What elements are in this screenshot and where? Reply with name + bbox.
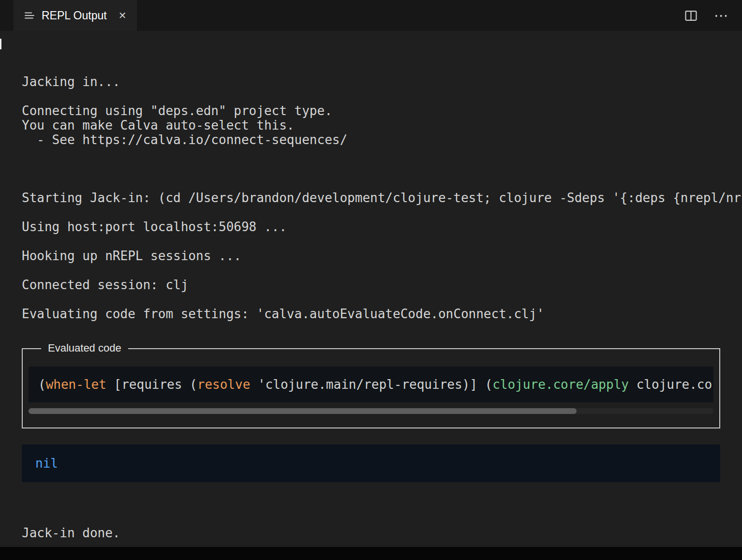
output-line-hooking-up: Hooking up nREPL sessions ... [22, 249, 742, 263]
output-icon [24, 10, 35, 21]
tab-label: REPL Output [42, 9, 107, 22]
output-line-see-link: - See https://calva.io/connect-sequences… [22, 133, 742, 147]
left-edge-artifact [0, 39, 1, 49]
output-connect-block: Connecting using "deps.edn" project type… [22, 103, 742, 147]
split-editor-icon[interactable] [684, 9, 697, 22]
editor-actions: ⋯ [684, 0, 742, 31]
evaluated-code-legend: Evaluated code [41, 342, 128, 354]
output-line-host-port: Using host:port localhost:50698 ... [22, 220, 742, 234]
code-scrollbar-track[interactable] [29, 408, 713, 414]
output-line-evaluating: Evaluating code from settings: 'calva.au… [22, 307, 742, 321]
evaluated-code-box: Evaluated code (when-let [requires (reso… [22, 348, 720, 428]
bottom-panel-strip [0, 547, 742, 560]
eval-result-box: nil [22, 444, 720, 482]
tab-bar: REPL Output ✕ ⋯ [0, 0, 742, 31]
output-line-connected-session: Connected session: clj [22, 278, 742, 292]
repl-output-content: Jacking in... Connecting using "deps.edn… [0, 31, 742, 540]
more-actions-icon[interactable]: ⋯ [714, 8, 728, 23]
output-line-jack-in-done: Jack-in done. [22, 526, 742, 540]
tab-repl-output[interactable]: REPL Output ✕ [14, 0, 137, 31]
evaluated-code-line: (when-let [requires (resolve 'clojure.ma… [29, 367, 713, 402]
output-line-auto-select: You can make Calva auto-select this. [22, 118, 742, 133]
code-scrollbar-thumb[interactable] [29, 408, 577, 414]
close-icon[interactable]: ✕ [119, 10, 127, 21]
output-line-jacking-in: Jacking in... [22, 74, 742, 89]
eval-result-text: nil [35, 456, 58, 471]
output-line-connecting: Connecting using "deps.edn" project type… [22, 103, 742, 118]
output-line-starting-jack-in: Starting Jack-in: (cd /Users/brandon/dev… [22, 191, 742, 205]
